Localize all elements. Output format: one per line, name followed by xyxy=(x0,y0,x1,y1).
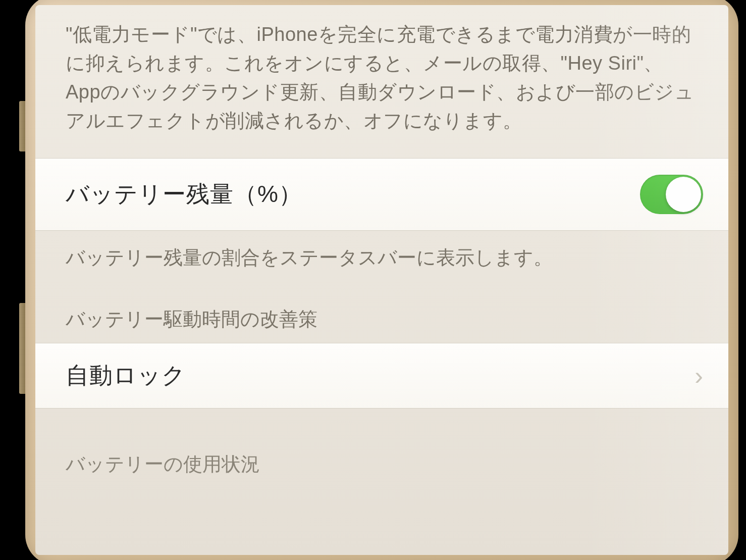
battery-percentage-row[interactable]: バッテリー残量（%） xyxy=(35,158,728,231)
low-power-mode-description: "低電力モード"では、iPhoneを完全に充電できるまで電力消費が一時的に抑えら… xyxy=(35,5,728,158)
battery-percentage-label: バッテリー残量（%） xyxy=(66,179,302,210)
toggle-knob xyxy=(666,177,701,212)
auto-lock-label: 自動ロック xyxy=(66,360,186,391)
chevron-right-icon: › xyxy=(695,361,703,390)
battery-usage-header: バッテリーの使用状況 xyxy=(35,409,728,487)
volume-down-button[interactable] xyxy=(19,303,25,394)
volume-up-button[interactable] xyxy=(19,101,25,151)
battery-percentage-toggle[interactable] xyxy=(640,175,703,214)
auto-lock-row[interactable]: 自動ロック › xyxy=(35,343,728,409)
settings-screen: "低電力モード"では、iPhoneを完全に充電できるまで電力消費が一時的に抑えら… xyxy=(35,5,728,555)
phone-bezel: "低電力モード"では、iPhoneを完全に充電できるまで電力消費が一時的に抑えら… xyxy=(25,0,738,560)
battery-percentage-footer: バッテリー残量の割合をステータスバーに表示します。 xyxy=(35,231,728,285)
battery-life-suggestions-header: バッテリー駆動時間の改善策 xyxy=(35,285,728,343)
